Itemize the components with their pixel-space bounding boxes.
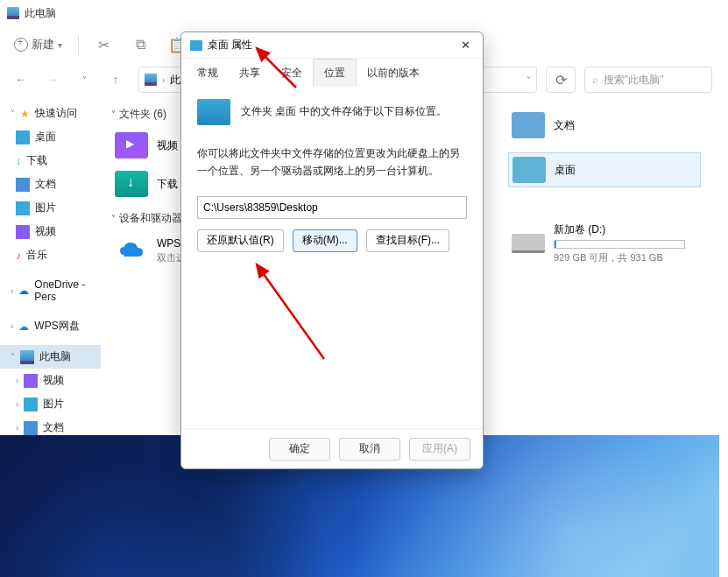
sidebar-item-label: 图片: [43, 397, 64, 412]
download-icon: ↓: [16, 155, 21, 167]
right-column: 文档 桌面 新加卷 (D:) 929 GB 可用，共 931 GB: [508, 105, 710, 271]
chevron-right-icon: ›: [162, 75, 165, 85]
sidebar-item-documents[interactable]: 文档: [0, 172, 101, 196]
apply-button[interactable]: 应用(A): [409, 438, 470, 461]
sidebar-item-quick[interactable]: ˅★快速访问: [0, 102, 101, 125]
sidebar-item-videos2[interactable]: ›视频: [0, 369, 101, 392]
sidebar-item-onedrive[interactable]: ›☁OneDrive - Pers: [0, 274, 101, 307]
desktop-icon: [16, 130, 30, 144]
tile-drive-d[interactable]: 新加卷 (D:) 929 GB 可用，共 931 GB: [508, 217, 710, 270]
download-folder-icon: [115, 171, 148, 197]
drive-info: 929 GB 可用，共 931 GB: [554, 251, 685, 264]
videos-icon: [24, 374, 38, 388]
sidebar-item-label: 此电脑: [39, 349, 71, 364]
sidebar-item-label: 文档: [43, 420, 64, 435]
dialog-title: 桌面 属性: [208, 38, 252, 53]
path-input[interactable]: [197, 196, 467, 219]
video-folder-icon: [115, 132, 148, 158]
sidebar-item-label: 图片: [35, 201, 56, 215]
back-button[interactable]: ←: [7, 66, 35, 94]
tile-label: 下载: [157, 177, 178, 192]
chevron-down-icon: ▾: [58, 40, 62, 50]
tile-label: 新加卷 (D:): [554, 222, 685, 237]
button-row: 还原默认值(R) 移动(M)... 查找目标(F)...: [197, 229, 467, 252]
sidebar-item-label: WPS网盘: [34, 319, 79, 334]
document-icon: [24, 421, 38, 435]
window-title: 此电脑: [25, 6, 56, 21]
sidebar-item-label: 视频: [35, 224, 56, 239]
music-icon: ♪: [16, 250, 21, 262]
sidebar-item-videos[interactable]: 视频: [0, 220, 101, 243]
sidebar-item-label: OneDrive - Pers: [34, 278, 95, 303]
wps-cloud-icon: ☁: [18, 320, 29, 333]
tile-label: 视频: [157, 138, 178, 153]
tile-label: 桌面: [555, 163, 576, 178]
section-label: 设备和驱动器: [119, 211, 182, 226]
star-icon: ★: [20, 108, 30, 120]
cut-icon[interactable]: ✂: [88, 29, 119, 60]
thispc-icon: [20, 350, 34, 364]
sidebar-item-music[interactable]: ♪音乐: [0, 243, 101, 267]
desktop-folder-icon: [197, 99, 230, 125]
drive-icon: [512, 234, 545, 253]
dialog-header-text: 文件夹 桌面 中的文件存储于以下目标位置。: [241, 99, 447, 119]
dialog-body: 文件夹 桌面 中的文件存储于以下目标位置。 你可以将此文件夹中文件存储的位置更改…: [181, 87, 483, 428]
restore-default-button[interactable]: 还原默认值(R): [197, 229, 284, 252]
tab-location[interactable]: 位置: [313, 59, 357, 87]
pictures-icon: [16, 201, 30, 215]
tab-previous[interactable]: 以前的版本: [357, 60, 430, 87]
search-icon: ⌕: [592, 74, 598, 86]
sidebar-item-desktop[interactable]: 桌面: [0, 125, 101, 149]
find-target-button[interactable]: 查找目标(F)...: [366, 229, 449, 252]
sidebar-item-wps[interactable]: ›☁WPS网盘: [0, 314, 101, 338]
sidebar-item-pictures2[interactable]: ›图片: [0, 392, 101, 416]
wps-cloud-icon: [115, 237, 148, 264]
tile-documents[interactable]: 文档: [508, 107, 710, 144]
ok-button[interactable]: 确定: [269, 438, 330, 461]
sidebar-item-pictures[interactable]: 图片: [0, 196, 101, 220]
chevron-right-icon: ›: [16, 399, 18, 409]
chevron-down-icon: ˅: [11, 109, 15, 118]
sidebar-item-label: 音乐: [26, 248, 47, 263]
chevron-down-icon: ˅: [111, 214, 116, 223]
sidebar-item-documents2[interactable]: ›文档: [0, 416, 101, 436]
chevron-right-icon: ›: [11, 286, 13, 296]
tile-desktop[interactable]: 桌面: [508, 152, 701, 187]
tab-general[interactable]: 常规: [187, 60, 229, 87]
dialog-title-bar: 桌面 属性 ✕: [181, 32, 483, 59]
sidebar-item-downloads[interactable]: ↓下载: [0, 149, 101, 172]
desktop-folder-icon: [512, 157, 546, 183]
sidebar-item-label: 快速访问: [35, 106, 77, 121]
close-button[interactable]: ✕: [451, 33, 479, 58]
chevron-down-icon[interactable]: ˅: [527, 75, 531, 85]
thispc-icon: [145, 74, 157, 86]
videos-icon: [16, 225, 30, 239]
sidebar-item-thispc[interactable]: ˅此电脑: [0, 345, 101, 369]
dialog-info-text: 你可以将此文件夹中文件存储的位置更改为此硬盘上的另一个位置、另一个驱动器或网络上…: [197, 144, 467, 180]
plus-icon: [14, 38, 28, 52]
pictures-icon: [24, 398, 38, 412]
chevron-right-icon: ›: [16, 423, 18, 433]
chevron-right-icon: ›: [11, 321, 13, 331]
forward-button[interactable]: →: [39, 66, 67, 94]
tab-security[interactable]: 安全: [271, 60, 313, 87]
search-box[interactable]: ⌕ 搜索"此电脑": [584, 67, 712, 93]
separator: [78, 36, 79, 53]
document-icon: [16, 178, 30, 192]
copy-icon[interactable]: ⧉: [124, 29, 156, 60]
title-bar: 此电脑: [0, 0, 719, 26]
desktop-icon: [190, 40, 202, 51]
sidebar-item-label: 视频: [43, 373, 64, 388]
tab-sharing[interactable]: 共享: [229, 60, 271, 87]
cancel-button[interactable]: 取消: [339, 438, 400, 461]
chevron-right-icon: ›: [16, 376, 18, 385]
chevron-down-icon: ˅: [11, 352, 15, 362]
refresh-button[interactable]: ⟳: [546, 67, 576, 93]
move-button[interactable]: 移动(M)...: [293, 229, 357, 252]
up-arrow-button[interactable]: ↑: [102, 66, 130, 94]
sidebar-item-label: 文档: [35, 177, 56, 192]
new-button[interactable]: 新建 ▾: [7, 33, 69, 56]
thispc-icon: [7, 7, 19, 19]
up-button[interactable]: ˅: [70, 66, 98, 94]
sidebar-item-label: 桌面: [35, 130, 56, 144]
